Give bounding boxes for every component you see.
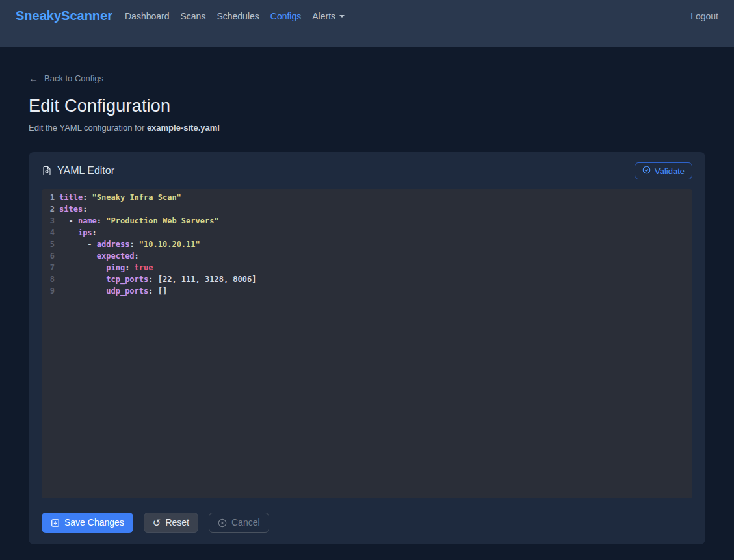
reset-label: Reset bbox=[165, 517, 189, 528]
cancel-label: Cancel bbox=[231, 517, 260, 528]
code-line: 8 tcp_ports: [22, 111, 3128, 8006] bbox=[42, 274, 692, 285]
chevron-down-caret bbox=[339, 15, 345, 18]
counterclockwise-arrow-icon: ↺ bbox=[153, 518, 161, 528]
page-content: ← Back to Configs Edit Configuration Edi… bbox=[0, 47, 734, 544]
logout-link[interactable]: Logout bbox=[690, 11, 718, 21]
brand-logo[interactable]: SneakyScanner bbox=[16, 8, 112, 23]
back-link-label: Back to Configs bbox=[44, 73, 103, 83]
code-line: 9 udp_ports: [] bbox=[42, 285, 692, 297]
file-code-icon bbox=[42, 166, 52, 176]
card-footer: Save Changes ↺ Reset Cancel bbox=[29, 498, 705, 533]
reset-button[interactable]: ↺ Reset bbox=[144, 513, 198, 533]
line-number: 9 bbox=[42, 285, 55, 297]
cancel-button[interactable]: Cancel bbox=[209, 513, 269, 533]
save-changes-label: Save Changes bbox=[64, 517, 124, 528]
line-number: 1 bbox=[42, 192, 55, 203]
code-line: 2sites: bbox=[42, 203, 692, 215]
code-text: udp_ports: [] bbox=[59, 285, 167, 297]
nav-item-scans[interactable]: Scans bbox=[180, 11, 205, 21]
nav-item-alerts[interactable]: Alerts bbox=[312, 11, 345, 21]
subtitle-text: Edit the YAML configuration for bbox=[29, 123, 147, 133]
line-number: 5 bbox=[42, 238, 55, 250]
code-text: expected: bbox=[59, 250, 139, 262]
code-text: - address: "10.10.20.11" bbox=[59, 238, 200, 250]
line-number: 3 bbox=[42, 215, 55, 227]
nav-item-schedules[interactable]: Schedules bbox=[216, 11, 259, 21]
nav-links: DashboardScansSchedulesConfigsAlerts bbox=[125, 11, 345, 21]
code-text: tcp_ports: [22, 111, 3128, 8006] bbox=[59, 274, 256, 285]
line-number: 6 bbox=[42, 250, 55, 262]
card-title: YAML Editor bbox=[42, 165, 114, 177]
nav-item-dashboard[interactable]: Dashboard bbox=[125, 11, 170, 21]
line-number: 2 bbox=[42, 203, 55, 215]
card-header: YAML Editor Validate bbox=[29, 152, 705, 189]
line-number: 4 bbox=[42, 227, 55, 238]
yaml-editor[interactable]: 1title: "Sneaky Infra Scan"2sites:3 - na… bbox=[42, 189, 692, 498]
nav-item-configs[interactable]: Configs bbox=[270, 11, 301, 21]
yaml-editor-card: YAML Editor Validate 1title: "Sneaky Inf… bbox=[29, 152, 705, 544]
save-changes-button[interactable]: Save Changes bbox=[42, 513, 133, 533]
config-filename: example-site.yaml bbox=[147, 123, 220, 133]
card-title-label: YAML Editor bbox=[57, 165, 114, 177]
code-line: 4 ips: bbox=[42, 227, 692, 238]
page-title: Edit Configuration bbox=[29, 96, 705, 116]
line-number: 7 bbox=[42, 262, 55, 274]
left-arrow-icon: ← bbox=[29, 73, 38, 83]
code-text: ping: true bbox=[59, 262, 153, 274]
validate-button[interactable]: Validate bbox=[635, 162, 692, 179]
code-text: ips: bbox=[59, 227, 97, 238]
code-text: sites: bbox=[59, 203, 87, 215]
navbar: SneakyScanner DashboardScansSchedulesCon… bbox=[0, 0, 734, 47]
code-line: 7 ping: true bbox=[42, 262, 692, 274]
code-line: 6 expected: bbox=[42, 250, 692, 262]
code-line: 1title: "Sneaky Infra Scan" bbox=[42, 192, 692, 203]
x-circle-icon bbox=[218, 518, 227, 528]
code-text: - name: "Production Web Servers" bbox=[59, 215, 219, 227]
back-to-configs-link[interactable]: ← Back to Configs bbox=[29, 73, 103, 83]
code-line: 3 - name: "Production Web Servers" bbox=[42, 215, 692, 227]
page-subtitle: Edit the YAML configuration for example-… bbox=[29, 123, 705, 133]
code-line: 5 - address: "10.10.20.11" bbox=[42, 238, 692, 250]
validate-button-label: Validate bbox=[655, 166, 685, 176]
code-text: title: "Sneaky Infra Scan" bbox=[59, 192, 181, 203]
box-arrow-in-down-icon bbox=[51, 518, 60, 528]
line-number: 8 bbox=[42, 274, 55, 285]
check-circle-icon bbox=[642, 166, 651, 176]
